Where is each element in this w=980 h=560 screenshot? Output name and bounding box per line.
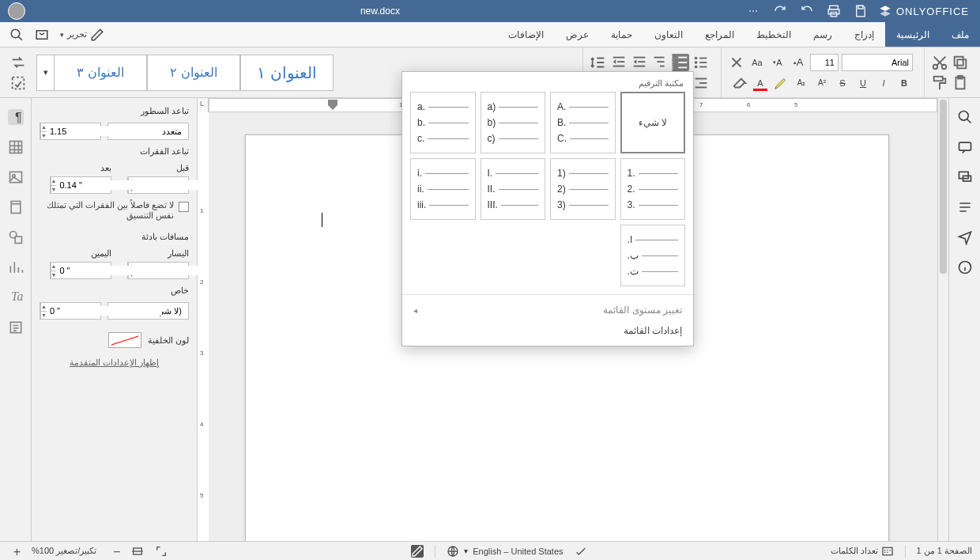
tab-view[interactable]: عرض bbox=[555, 22, 600, 47]
language-selector[interactable]: ▾ English – United States bbox=[447, 545, 563, 558]
numbering-option-none[interactable]: لا شيء bbox=[620, 92, 686, 153]
tab-layout[interactable]: التخطيط bbox=[745, 22, 802, 47]
increase-font-icon[interactable]: A▴ bbox=[790, 54, 807, 71]
multilevel-list-icon[interactable] bbox=[651, 54, 669, 71]
list-settings[interactable]: إعدادات القائمة bbox=[402, 320, 693, 341]
tab-collaboration[interactable]: التعاون bbox=[643, 22, 694, 47]
textart-icon[interactable]: Ta bbox=[8, 289, 24, 305]
about-icon[interactable] bbox=[957, 259, 973, 275]
file-tab[interactable]: ملف bbox=[940, 22, 980, 47]
header-footer-icon[interactable] bbox=[8, 199, 24, 215]
highlight-icon[interactable] bbox=[772, 74, 790, 92]
clear-format-icon[interactable] bbox=[728, 54, 745, 71]
eraser-icon[interactable] bbox=[731, 74, 748, 92]
tab-references[interactable]: المراجع bbox=[694, 22, 745, 47]
zoom-label[interactable]: تكبير/تصغير 100% bbox=[32, 546, 96, 556]
italic-icon[interactable]: I bbox=[875, 74, 892, 92]
font-color-icon[interactable]: A bbox=[752, 74, 769, 92]
bgcolor-swatch[interactable] bbox=[108, 332, 141, 348]
format-painter-icon[interactable] bbox=[931, 74, 948, 92]
change-case-icon[interactable]: Aa bbox=[748, 54, 766, 71]
shape-settings-icon[interactable] bbox=[8, 229, 24, 245]
align-right-icon[interactable] bbox=[692, 74, 710, 92]
numbering-option-lower-roman-dot[interactable]: i.ii.iii. bbox=[410, 158, 476, 220]
tab-plugins[interactable]: الإضافات bbox=[497, 22, 555, 47]
undo-icon[interactable] bbox=[800, 4, 814, 18]
image-settings-icon[interactable] bbox=[8, 169, 24, 185]
fit-width-icon[interactable] bbox=[131, 545, 144, 558]
numbering-option-lower-letter-dot[interactable]: a.b.c. bbox=[410, 92, 476, 153]
font-size-input[interactable] bbox=[810, 54, 839, 71]
zoom-in-icon[interactable]: + bbox=[8, 545, 21, 558]
copy-icon[interactable] bbox=[952, 54, 969, 71]
strike-icon[interactable]: S bbox=[834, 74, 851, 92]
find-icon[interactable] bbox=[957, 109, 973, 125]
search-icon[interactable] bbox=[9, 28, 24, 42]
line-spacing-icon[interactable] bbox=[590, 54, 607, 71]
styles-expand-icon[interactable]: ▾ bbox=[36, 55, 54, 91]
page-indicator[interactable]: الصفحة 1 من 1 bbox=[917, 546, 972, 556]
user-avatar[interactable] bbox=[8, 2, 25, 20]
numbering-option-upper-letter-dot[interactable]: A.B.C. bbox=[550, 92, 616, 153]
numbering-option-upper-roman-dot[interactable]: I.II.III. bbox=[481, 158, 546, 220]
subscript-icon[interactable]: A₂ bbox=[793, 74, 810, 92]
line-spacing-value[interactable]: ▲▼ bbox=[40, 123, 101, 140]
tab-home[interactable]: الرئيسية bbox=[885, 22, 940, 47]
wordcount[interactable]: تعداد الكلمات bbox=[831, 545, 894, 558]
redo-icon[interactable] bbox=[773, 4, 787, 18]
paste-icon[interactable] bbox=[952, 74, 969, 92]
advanced-settings-link[interactable]: إظهار الإعدادات المتقدمة bbox=[70, 358, 159, 368]
more-icon[interactable]: ⋯ bbox=[746, 4, 760, 18]
svg-point-13 bbox=[695, 56, 698, 59]
open-icon[interactable] bbox=[35, 28, 49, 42]
change-list-level[interactable]: تغيير مستوى القائمة◂ bbox=[402, 300, 693, 320]
chart-settings-icon[interactable] bbox=[8, 259, 24, 275]
vertical-scrollbar[interactable] bbox=[937, 98, 948, 541]
style-heading2[interactable]: العنوان ٢ bbox=[147, 55, 240, 91]
tab-draw[interactable]: رسم bbox=[802, 22, 843, 47]
spacing-after[interactable]: ▲▼ bbox=[50, 176, 111, 194]
underline-icon[interactable]: U bbox=[854, 74, 872, 92]
decrease-indent-icon[interactable] bbox=[631, 54, 648, 71]
track-changes-icon[interactable] bbox=[411, 545, 424, 558]
chat-icon[interactable] bbox=[957, 169, 973, 185]
save-icon[interactable] bbox=[854, 4, 868, 18]
comments-icon[interactable] bbox=[957, 139, 973, 155]
vertical-ruler[interactable]: L 1 2 3 4 5 bbox=[198, 98, 209, 541]
print-icon[interactable] bbox=[827, 4, 841, 18]
cut-icon[interactable] bbox=[931, 54, 948, 71]
style-heading1[interactable]: العنوان ١ bbox=[240, 55, 334, 91]
bullet-list-icon[interactable] bbox=[692, 54, 710, 71]
decrease-font-icon[interactable]: A▾ bbox=[769, 54, 786, 71]
svg-rect-26 bbox=[657, 61, 664, 62]
menu-row: ملف الرئيسية إدراج رسم التخطيط المراجع ا… bbox=[0, 22, 980, 47]
zoom-out-icon[interactable]: − bbox=[107, 545, 120, 558]
paragraph-icon[interactable]: ¶ bbox=[8, 109, 24, 125]
replace-icon[interactable] bbox=[9, 54, 27, 71]
style-heading3[interactable]: العنوان ٣ bbox=[54, 55, 147, 91]
navigation-icon[interactable] bbox=[957, 199, 973, 215]
table-settings-icon[interactable] bbox=[8, 139, 24, 155]
numbering-option-decimal-dot[interactable]: 1.2.3. bbox=[620, 158, 686, 220]
special-indent-value[interactable]: ▲▼ bbox=[40, 302, 101, 320]
numbering-option-arabic-letter[interactable]: .ا.ب.ت bbox=[620, 225, 686, 286]
feedback-icon[interactable] bbox=[957, 229, 973, 245]
select-all-icon[interactable] bbox=[9, 74, 27, 92]
numbering-option-lower-letter-paren[interactable]: a)b)c) bbox=[481, 92, 546, 153]
svg-rect-22 bbox=[678, 56, 687, 58]
fit-page-icon[interactable] bbox=[155, 545, 168, 558]
spellcheck-toggle[interactable] bbox=[575, 545, 587, 558]
font-name-input[interactable] bbox=[842, 54, 913, 71]
numbered-list-icon[interactable]: 123 bbox=[672, 54, 689, 71]
form-settings-icon[interactable] bbox=[8, 320, 24, 335]
same-style-checkbox[interactable]: لا تضع فاصلاً بين الفقرات التي تمتلك نفس… bbox=[40, 200, 189, 221]
increase-indent-icon[interactable] bbox=[610, 54, 628, 71]
superscript-icon[interactable]: A² bbox=[813, 74, 831, 92]
indent-right[interactable]: ▲▼ bbox=[50, 262, 111, 279]
tab-protection[interactable]: حماية bbox=[600, 22, 643, 47]
edit-mode-selector[interactable]: ▾ تحرير bbox=[60, 28, 104, 42]
tab-insert[interactable]: إدراج bbox=[843, 22, 885, 47]
svg-rect-28 bbox=[634, 56, 646, 58]
bold-icon[interactable]: B bbox=[895, 74, 913, 92]
numbering-option-decimal-paren[interactable]: 1)2)3) bbox=[550, 158, 616, 220]
